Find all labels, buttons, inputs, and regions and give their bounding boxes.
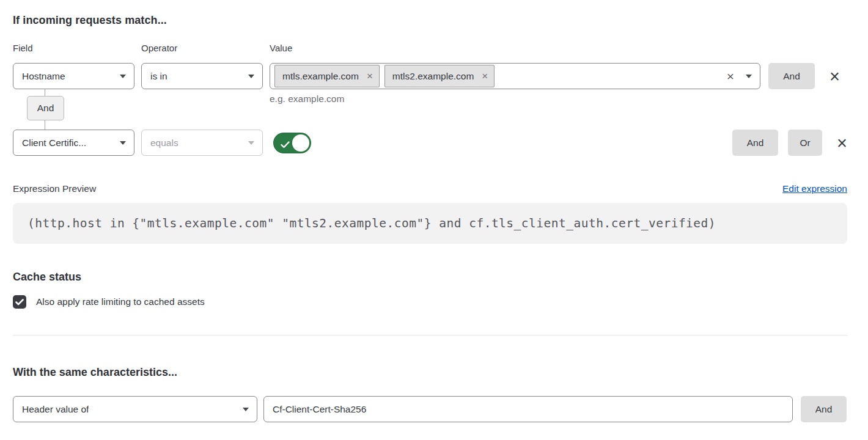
remove-tag-icon[interactable]: × xyxy=(482,71,488,81)
value-column-label: Value xyxy=(270,43,292,54)
cert-verified-toggle[interactable] xyxy=(273,133,311,153)
expression-code: (http.host in {"mtls.example.com" "mtls2… xyxy=(28,216,716,230)
field-column-label: Field xyxy=(13,43,141,54)
chevron-down-icon xyxy=(120,75,126,78)
expression-preview-label: Expression Preview xyxy=(13,183,96,194)
section-divider xyxy=(13,335,847,336)
field-select-1-value: Hostname xyxy=(22,71,65,82)
and-condition-button[interactable]: And xyxy=(732,130,778,156)
match-section-title: If incoming requests match... xyxy=(13,14,847,27)
clear-values-icon[interactable]: × xyxy=(727,70,734,82)
toggle-knob xyxy=(292,134,309,152)
field-select-1[interactable]: Hostname xyxy=(13,63,134,89)
and-condition-button[interactable]: And xyxy=(768,63,815,89)
delete-condition-icon[interactable]: × xyxy=(837,137,847,149)
value-tag: mtls2.example.com × xyxy=(384,65,495,87)
value-tag: mtls.example.com × xyxy=(274,65,380,87)
delete-condition-icon[interactable]: × xyxy=(829,70,840,82)
value-helper-text: e.g. example.com xyxy=(270,94,344,105)
chevron-down-icon xyxy=(248,75,254,78)
or-condition-button[interactable]: Or xyxy=(788,130,822,156)
cached-assets-label: Also apply rate limiting to cached asset… xyxy=(36,296,205,307)
characteristics-row: Header value of And xyxy=(13,396,847,422)
operator-select-2: equals xyxy=(141,130,263,156)
characteristic-select-value: Header value of xyxy=(22,404,89,415)
rate-limit-rule-builder: If incoming requests match... Field Oper… xyxy=(0,0,868,422)
cache-status-title: Cache status xyxy=(13,271,847,283)
operator-select-2-placeholder: equals xyxy=(150,138,178,148)
remove-tag-icon[interactable]: × xyxy=(367,71,373,81)
value-tag-text: mtls2.example.com xyxy=(392,71,474,82)
value-multiselect[interactable]: mtls.example.com × mtls2.example.com × × xyxy=(270,63,760,89)
chevron-down-icon xyxy=(120,141,126,145)
value-tag-text: mtls.example.com xyxy=(282,71,359,82)
connector-and-button[interactable]: And xyxy=(27,96,64,120)
checkbox-check-icon xyxy=(15,299,24,306)
expression-preview-header: Expression Preview Edit expression xyxy=(13,183,847,194)
condition-column-labels: Field Operator Value xyxy=(13,43,847,54)
condition-connector-area: And e.g. example.com xyxy=(13,89,847,130)
add-characteristic-button[interactable]: And xyxy=(801,396,847,422)
cached-assets-row: Also apply rate limiting to cached asset… xyxy=(13,295,847,309)
header-name-input[interactable] xyxy=(263,396,793,422)
condition-row-2: Client Certific... equals And Or × xyxy=(13,130,847,156)
field-select-2-value: Client Certific... xyxy=(22,138,86,148)
chevron-down-icon xyxy=(248,141,254,145)
operator-select-1[interactable]: is in xyxy=(141,63,263,89)
edit-expression-link[interactable]: Edit expression xyxy=(782,183,847,194)
characteristics-title: With the same characteristics... xyxy=(13,366,847,378)
characteristic-select[interactable]: Header value of xyxy=(13,396,257,422)
operator-column-label: Operator xyxy=(141,43,270,54)
field-select-2[interactable]: Client Certific... xyxy=(13,130,134,156)
chevron-down-icon xyxy=(746,75,752,78)
chevron-down-icon xyxy=(243,408,249,411)
cached-assets-checkbox[interactable] xyxy=(13,295,26,309)
condition-row-1: Hostname is in mtls.example.com × mtls2.… xyxy=(13,63,847,89)
toggle-check-icon xyxy=(281,140,290,151)
operator-select-1-value: is in xyxy=(150,71,167,82)
expression-preview-box: (http.host in {"mtls.example.com" "mtls2… xyxy=(13,203,847,244)
